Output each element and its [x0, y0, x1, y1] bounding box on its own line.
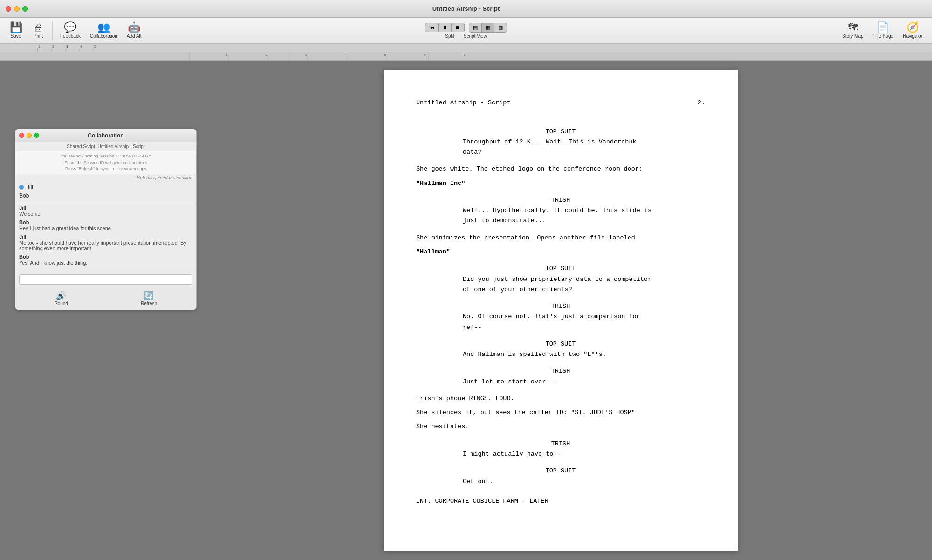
svg-text:1: 1 [226, 53, 228, 56]
main-area: Collaboration Shared Script: Untitled Ai… [0, 61, 932, 560]
dialogue-top-suit-2: Did you just show proprietary data to a … [416, 274, 705, 295]
collaboration-button[interactable]: 👥 Collaboration [86, 20, 121, 41]
collab-min-button[interactable] [27, 133, 32, 138]
chat-message-2: Bob Hey I just had a great idea for this… [19, 219, 192, 231]
refresh-button[interactable]: 🔄 Refresh [137, 290, 161, 307]
svg-text:2: 2 [52, 45, 54, 48]
story-map-button[interactable]: 🗺 Story Map [838, 20, 867, 41]
action-hallman-inc: "Hallman Inc" [416, 178, 705, 189]
svg-text:1: 1 [38, 45, 40, 48]
toolbar: 💾 Save 🖨 Print 💬 Feedback 👥 Collaboratio… [0, 18, 932, 44]
addalt-button[interactable]: 🤖 Add Alt [123, 20, 145, 41]
collab-shared-info: Shared Script: Untitled Airship - Script [15, 142, 196, 151]
view-btn-2[interactable]: ▦ [482, 23, 494, 32]
action-hesitates: She hesitates. [416, 422, 705, 432]
navigator-button[interactable]: 🧭 Navigator [899, 20, 926, 41]
chat-message-4: Bob Yes! And I know just the thing. [19, 254, 192, 266]
save-button[interactable]: 💾 Save [6, 20, 26, 41]
jill-name: Jill [27, 184, 33, 191]
script-page-num: 2. [698, 98, 705, 108]
collaboration-icon: 👥 [97, 22, 110, 33]
top-ruler: 1 2 3 4 5 [0, 44, 932, 52]
char-trish-1: TRISH [416, 195, 705, 205]
svg-text:3: 3 [305, 53, 307, 56]
svg-text:4: 4 [80, 45, 82, 48]
title-page-label: Title Page [873, 34, 894, 39]
dialogue-top-suit-4: Get out. [416, 477, 705, 487]
save-label: Save [11, 34, 21, 39]
minimize-button[interactable] [14, 6, 20, 12]
feedback-button[interactable]: 💬 Feedback [56, 20, 84, 41]
view-btn-1[interactable]: ▤ [469, 23, 482, 32]
split-label: Split [445, 34, 454, 39]
svg-text:4: 4 [345, 53, 347, 56]
chat-sender-1: Jill [19, 205, 192, 211]
chat-sender-4: Bob [19, 254, 192, 260]
view-btn-3[interactable]: ▥ [494, 23, 507, 32]
print-button[interactable]: 🖨 Print [28, 20, 48, 41]
collab-max-button[interactable] [34, 133, 39, 138]
content-ruler: 1 2 3 4 5 6 7 [0, 52, 932, 61]
title-page-button[interactable]: 📄 Title Page [869, 20, 898, 41]
svg-rect-0 [0, 44, 932, 52]
collab-close-button[interactable] [19, 133, 24, 138]
print-label: Print [34, 34, 43, 39]
dialogue-trish-3: Just let me start over -- [416, 377, 705, 387]
dialogue-trish-4: I might actually have to-- [416, 449, 705, 459]
underline-text-1: one of your other clients [474, 286, 569, 293]
traffic-lights [6, 6, 28, 12]
svg-text:5: 5 [94, 45, 96, 48]
action-white: She goes white. The etched logo on the c… [416, 164, 705, 174]
collaboration-panel: Collaboration Shared Script: Untitled Ai… [15, 129, 197, 310]
collab-joined: Bob has joined the session [15, 174, 196, 181]
collab-session-info: You are now hosting Session ID: 3DV-TLBZ… [15, 151, 196, 174]
char-trish-3: TRISH [416, 366, 705, 376]
chat-text-2: Hey I just had a great idea for this sce… [19, 225, 192, 231]
char-trish-2: TRISH [416, 301, 705, 312]
char-top-suit-2: TOP SUIT [416, 264, 705, 274]
chat-area: Jill Welcome! Bob Hey I just had a great… [15, 202, 196, 272]
svg-text:6: 6 [424, 53, 426, 56]
refresh-label: Refresh [141, 301, 157, 306]
story-map-icon: 🗺 [848, 22, 858, 33]
play-back-button[interactable]: ⏮ [425, 23, 439, 32]
navigator-icon: 🧭 [906, 22, 919, 33]
save-icon: 💾 [10, 22, 22, 33]
collab-user-list: Jill Bob [15, 181, 196, 202]
addalt-label: Add Alt [127, 34, 142, 39]
maximize-button[interactable] [22, 6, 28, 12]
script-area[interactable]: Untitled Airship - Script 2. TOP SUIT Th… [189, 61, 932, 560]
chat-input[interactable] [19, 274, 192, 285]
session-refresh: Press "Refresh" to synchronize viewer co… [19, 166, 192, 172]
action-rings: Trish's phone RINGS. LOUD. [416, 394, 705, 404]
window-title: Untitled Airship - Script [432, 5, 500, 12]
script-content: TOP SUIT Throughput of 12 K... Wait. Thi… [416, 127, 705, 506]
title-bar: Untitled Airship - Script [0, 0, 932, 18]
refresh-icon: 🔄 [144, 291, 154, 301]
dialogue-trish-1: Well... Hypothetically. It could be. Thi… [416, 205, 705, 226]
title-page-icon: 📄 [877, 22, 889, 33]
close-button[interactable] [6, 6, 11, 12]
stop-button[interactable]: ⏹ [452, 23, 465, 32]
chat-message-3: Jill Me too - she should have her really… [19, 234, 192, 251]
collab-bottom-bar: 🔊 Sound 🔄 Refresh [15, 287, 196, 310]
collab-user-jill: Jill [19, 183, 192, 191]
chat-text-4: Yes! And I know just the thing. [19, 260, 192, 266]
script-title: Untitled Airship - Script [416, 98, 511, 108]
chat-text-1: Welcome! [19, 211, 192, 217]
char-top-suit-4: TOP SUIT [416, 466, 705, 476]
session-notice: You are now hosting Session ID: 3DV-TLBZ… [19, 153, 192, 160]
sound-button[interactable]: 🔊 Sound [51, 290, 72, 307]
svg-text:3: 3 [66, 45, 68, 48]
chat-sender-3: Jill [19, 234, 192, 239]
dialogue-top-suit-1: Throughput of 12 K... Wait. This is Vand… [416, 137, 705, 158]
sound-icon: 🔊 [56, 291, 66, 301]
script-view-label: Script View [464, 34, 487, 39]
action-minimizes: She minimizes the presentation. Opens an… [416, 233, 705, 243]
pause-button[interactable]: ⏸ [439, 23, 452, 32]
feedback-label: Feedback [60, 34, 81, 39]
svg-text:5: 5 [384, 53, 386, 56]
dialogue-trish-2: No. Of course not. That's just a compari… [416, 312, 705, 333]
script-page: Untitled Airship - Script 2. TOP SUIT Th… [384, 70, 738, 551]
view-controls: ▤ ▦ ▥ [469, 23, 507, 33]
